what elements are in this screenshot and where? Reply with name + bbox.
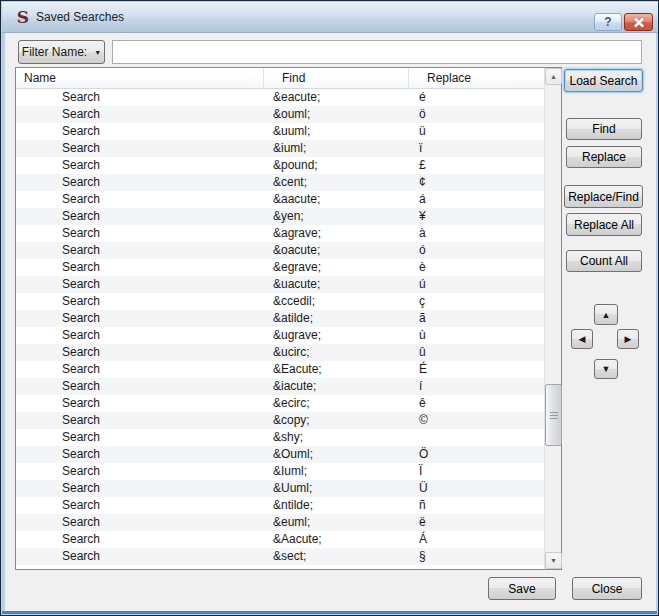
find-cell: &Eacute; (264, 361, 409, 378)
replace-cell: ë (409, 514, 544, 531)
find-cell: &ccedil; (264, 293, 409, 310)
replace-cell: ü (409, 123, 544, 140)
name-cell: Search (16, 293, 264, 310)
replace-cell: è (409, 259, 544, 276)
window-title: Saved Searches (36, 2, 124, 33)
table-row[interactable]: Search&copy;© (16, 412, 544, 429)
table-row[interactable]: Search&ouml;ö (16, 106, 544, 123)
replace-cell: í (409, 378, 544, 395)
help-button[interactable]: ? (594, 13, 622, 31)
scroll-down-button[interactable]: ▼ (545, 552, 562, 569)
replace-cell: à (409, 225, 544, 242)
name-cell: Search (16, 463, 264, 480)
replace-cell: ê (409, 395, 544, 412)
filter-name-dropdown-button[interactable]: Filter Name: ▼ (18, 40, 105, 64)
replace-cell: ã (409, 310, 544, 327)
filter-name-label: Filter Name: (22, 45, 87, 59)
name-cell: Search (16, 157, 264, 174)
table-row[interactable]: Search&uuml;ü (16, 123, 544, 140)
find-button[interactable]: Find (566, 118, 642, 140)
scroll-up-button[interactable]: ▲ (545, 68, 562, 85)
replace-all-button[interactable]: Replace All (566, 213, 642, 236)
title-bar[interactable]: S Saved Searches ? (2, 2, 659, 33)
replace-cell: é (409, 89, 544, 106)
find-cell: &aacute; (264, 191, 409, 208)
find-cell: &copy; (264, 412, 409, 429)
count-all-button[interactable]: Count All (566, 250, 642, 272)
replace-cell: û (409, 344, 544, 361)
table-row[interactable]: Search&Iuml;Ï (16, 463, 544, 480)
find-cell: &atilde; (264, 310, 409, 327)
question-mark-icon: ? (604, 15, 611, 29)
move-right-button[interactable]: ▶ (617, 329, 639, 349)
find-cell: &ugrave; (264, 327, 409, 344)
filter-input[interactable] (112, 40, 642, 64)
column-header-find[interactable]: Find (264, 68, 409, 89)
table-row[interactable]: Search&aacute;á (16, 191, 544, 208)
name-cell: Search (16, 480, 264, 497)
name-cell: Search (16, 208, 264, 225)
close-button[interactable]: Close (572, 577, 642, 600)
name-cell: Search (16, 531, 264, 548)
name-cell: Search (16, 395, 264, 412)
table-row[interactable]: Search&cent;¢ (16, 174, 544, 191)
arrow-left-icon: ◀ (579, 334, 586, 344)
table-row[interactable]: Search&uacute;ú (16, 276, 544, 293)
table-row[interactable]: Search&Ouml;Ö (16, 446, 544, 463)
table-row[interactable]: Search&iuml;ï (16, 140, 544, 157)
save-button[interactable]: Save (488, 577, 556, 600)
table-row[interactable]: Search&egrave;è (16, 259, 544, 276)
find-cell: &ouml; (264, 106, 409, 123)
table-row[interactable]: Search&ccedil;ç (16, 293, 544, 310)
search-list: Search&eacute;éSearch&ouml;öSearch&uuml;… (16, 89, 544, 569)
scrollbar-thumb[interactable] (545, 384, 562, 446)
table-row[interactable]: Search&eacute;é (16, 89, 544, 106)
replace-cell: Ï (409, 463, 544, 480)
saved-searches-dialog: S Saved Searches ? Filter Name: ▼ Name F… (0, 0, 659, 616)
table-row[interactable]: Search&Eacute;É (16, 361, 544, 378)
move-up-button[interactable]: ▲ (594, 304, 618, 325)
move-left-button[interactable]: ◀ (571, 329, 593, 349)
table-row[interactable]: Search&ugrave;ù (16, 327, 544, 344)
find-cell: &eacute; (264, 89, 409, 106)
table-row[interactable]: Search&euml;ë (16, 514, 544, 531)
table-row[interactable]: Search&yen;¥ (16, 208, 544, 225)
replace-cell: á (409, 191, 544, 208)
replace-cell: © (409, 412, 544, 429)
name-cell: Search (16, 225, 264, 242)
replace-cell: ï (409, 140, 544, 157)
replace-cell: £ (409, 157, 544, 174)
find-cell: &ucirc; (264, 344, 409, 361)
replace-button[interactable]: Replace (566, 146, 642, 168)
table-row[interactable]: Search&shy; (16, 429, 544, 446)
saved-searches-table: Name Find Replace Search&eacute;éSearch&… (15, 67, 562, 570)
table-row[interactable]: Search&ucirc;û (16, 344, 544, 361)
table-row[interactable]: Search&iacute;í (16, 378, 544, 395)
close-window-button[interactable] (624, 13, 653, 31)
table-row[interactable]: Search&oacute;ó (16, 242, 544, 259)
name-cell: Search (16, 497, 264, 514)
load-search-button[interactable]: Load Search (564, 69, 643, 92)
table-row[interactable]: Search&sect;§ (16, 548, 544, 565)
find-cell: &agrave; (264, 225, 409, 242)
move-down-button[interactable]: ▼ (594, 359, 618, 379)
table-row[interactable]: Search&agrave;à (16, 225, 544, 242)
replace-cell: Ü (409, 480, 544, 497)
table-row[interactable]: Search&ntilde;ñ (16, 497, 544, 514)
replace-find-button[interactable]: Replace/Find (564, 185, 643, 208)
find-cell: &Ouml; (264, 446, 409, 463)
table-row[interactable]: Search&Aacute;Á (16, 531, 544, 548)
table-row[interactable]: Search&atilde;ã (16, 310, 544, 327)
find-cell: &shy; (264, 429, 409, 446)
table-row[interactable]: Search&ecirc;ê (16, 395, 544, 412)
find-cell: &uuml; (264, 123, 409, 140)
column-header-replace[interactable]: Replace (409, 68, 544, 89)
vertical-scrollbar[interactable]: ▲ ▼ (544, 68, 561, 569)
name-cell: Search (16, 89, 264, 106)
find-cell: &yen; (264, 208, 409, 225)
table-row[interactable]: Search&pound;£ (16, 157, 544, 174)
column-header-name[interactable]: Name (16, 68, 264, 89)
table-row[interactable]: Search&Uuml;Ü (16, 480, 544, 497)
name-cell: Search (16, 429, 264, 446)
arrow-down-icon: ▼ (602, 364, 611, 374)
